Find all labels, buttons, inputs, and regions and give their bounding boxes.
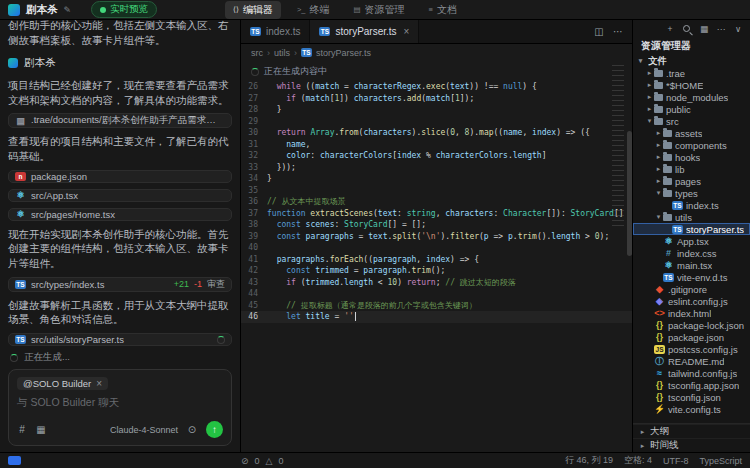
file-chip[interactable]: TSsrc/utils/storyParser.ts bbox=[8, 333, 232, 346]
tree-item-hooks[interactable]: ▸hooks bbox=[633, 151, 750, 163]
editor-tab-storyParser.ts[interactable]: TSstoryParser.ts× bbox=[310, 20, 419, 43]
code-line[interactable]: 34} bbox=[241, 173, 632, 185]
more-icon[interactable]: ⋯ bbox=[613, 26, 623, 37]
breadcrumb-item[interactable]: storyParser.ts bbox=[316, 48, 371, 58]
tree-item-.gitignore[interactable]: ◆.gitignore bbox=[633, 283, 750, 295]
tree-item-node_modules[interactable]: ▸node_modules bbox=[633, 91, 750, 103]
language-mode[interactable]: TypeScript bbox=[699, 456, 742, 466]
code-line[interactable]: 35 bbox=[241, 185, 632, 197]
file-chip[interactable]: ▤.trae/documents/剧本杀创作助手产品需求文档.md bbox=[8, 113, 232, 128]
tree-item-components[interactable]: ▸components bbox=[633, 139, 750, 151]
chat-input-placeholder[interactable]: 与 SOLO Builder 聊天 bbox=[17, 396, 223, 410]
outline-section[interactable]: ▸ 大纲 bbox=[633, 424, 750, 438]
model-selector[interactable]: Claude-4-Sonnet bbox=[110, 425, 178, 435]
file-chip[interactable]: ⚛src/pages/Home.tsx bbox=[8, 208, 232, 221]
code-line[interactable]: 42 const trimmed = paragraph.trim(); bbox=[241, 265, 632, 277]
code-line[interactable]: 45 // 提取标题（通常是段落的前几个字或包含关键词） bbox=[241, 300, 632, 312]
code-editor[interactable]: 26 while ((match = characterRegex.exec(t… bbox=[241, 81, 632, 323]
tree-item-public[interactable]: ▸public bbox=[633, 103, 750, 115]
tree-item-tailwind.config.js[interactable]: ≈tailwind.config.js bbox=[633, 367, 750, 379]
close-icon[interactable]: × bbox=[404, 26, 410, 37]
file-chip[interactable]: TSsrc/types/index.ts+21-1审查 bbox=[8, 277, 232, 292]
tree-item-eslint.config.js[interactable]: ◈eslint.config.js bbox=[633, 295, 750, 307]
workspace-indicator[interactable] bbox=[8, 456, 21, 465]
review-button[interactable]: 审查 bbox=[207, 278, 225, 291]
tree-item-tsconfig.app.json[interactable]: {}tsconfig.app.json bbox=[633, 379, 750, 391]
problems-indicator[interactable]: ⊘0 △0 bbox=[241, 456, 284, 466]
top-tab-文档[interactable]: ≡文档 bbox=[421, 1, 465, 19]
editor-scrollbar[interactable] bbox=[627, 61, 632, 452]
tree-item-utils[interactable]: ▾utils bbox=[633, 211, 750, 223]
search-icon[interactable] bbox=[682, 24, 692, 34]
live-preview-button[interactable]: 实时预览 bbox=[91, 1, 157, 18]
editor-tab-index.ts[interactable]: TSindex.ts bbox=[241, 20, 310, 43]
code-line[interactable]: 36// 从文本中提取场景 bbox=[241, 196, 632, 208]
layout-icon[interactable]: ▦ bbox=[699, 24, 709, 34]
tree-item-pages[interactable]: ▸pages bbox=[633, 175, 750, 187]
chat-input-box[interactable]: @SOLO Builder × 与 SOLO Builder 聊天 #▦ Cla… bbox=[8, 369, 232, 446]
tree-item-postcss.config.js[interactable]: JSpostcss.config.js bbox=[633, 343, 750, 355]
code-line[interactable]: 44 bbox=[241, 288, 632, 300]
image-icon[interactable]: ▦ bbox=[36, 424, 46, 435]
top-tab-编辑器[interactable]: ⟨⟩编辑器 bbox=[225, 1, 281, 19]
breadcrumb-item[interactable]: utils bbox=[274, 48, 290, 58]
file-chip[interactable]: ⚛src/App.tsx bbox=[8, 189, 232, 202]
tree-item-types[interactable]: ▾types bbox=[633, 187, 750, 199]
tree-item-package.json[interactable]: {}package.json bbox=[633, 331, 750, 343]
code-line[interactable]: 27 if (match[1]) characters.add(match[1]… bbox=[241, 93, 632, 105]
timeline-section[interactable]: ▸ 时间线 bbox=[633, 438, 750, 452]
tree-item-index.ts[interactable]: TSindex.ts bbox=[633, 199, 750, 211]
file-chip[interactable]: npackage.json bbox=[8, 170, 232, 183]
code-line[interactable]: 46 let title = '' bbox=[241, 311, 632, 323]
tree-item-tsconfig.json[interactable]: {}tsconfig.json bbox=[633, 391, 750, 403]
code-line[interactable]: 30 return Array.from(characters).slice(0… bbox=[241, 127, 632, 139]
code-line[interactable]: 39 const paragraphs = text.split('\n').f… bbox=[241, 231, 632, 243]
edit-title-icon[interactable]: ✎ bbox=[64, 5, 72, 15]
chat-section-header[interactable]: 剧本杀 bbox=[8, 54, 232, 72]
tree-item-App.tsx[interactable]: ⚛App.tsx bbox=[633, 235, 750, 247]
code-line[interactable]: 38 const scenes: StoryCard[] = []; bbox=[241, 219, 632, 231]
tree-item-index.css[interactable]: #index.css bbox=[633, 247, 750, 259]
tree-item-README.md[interactable]: ⓘREADME.md bbox=[633, 355, 750, 367]
send-button[interactable]: ↑ bbox=[206, 421, 223, 438]
tree-item-index.html[interactable]: <>index.html bbox=[633, 307, 750, 319]
code-line[interactable]: 28 } bbox=[241, 104, 632, 116]
code-line[interactable]: 29 bbox=[241, 116, 632, 128]
voice-icon[interactable]: ⊙ bbox=[187, 424, 197, 435]
tree-item-lib[interactable]: ▸lib bbox=[633, 163, 750, 175]
more-icon[interactable]: ⋯ bbox=[716, 24, 726, 34]
code-line[interactable]: 31 name, bbox=[241, 139, 632, 151]
file-tree[interactable]: ▾文件▸.trae▸*$HOME▸node_modules▸public▾src… bbox=[633, 54, 750, 423]
code-line[interactable]: 41 paragraphs.forEach((paragraph, index)… bbox=[241, 254, 632, 266]
code-line[interactable]: 40 bbox=[241, 242, 632, 254]
context-icon[interactable]: # bbox=[17, 424, 27, 435]
chat-history[interactable]: nvm install --lts⧉node安装完成，现在安装项目依赖。剧本杀终… bbox=[0, 20, 240, 348]
tree-item-storyParser.ts[interactable]: TSstoryParser.ts bbox=[633, 223, 750, 235]
tree-item-assets[interactable]: ▸assets bbox=[633, 127, 750, 139]
tree-item-src[interactable]: ▾src bbox=[633, 115, 750, 127]
indentation[interactable]: 空格: 4 bbox=[624, 454, 652, 467]
tree-item-main.tsx[interactable]: ⚛main.tsx bbox=[633, 259, 750, 271]
scrollbar-thumb[interactable] bbox=[627, 131, 632, 256]
collapse-icon[interactable]: ∨ bbox=[733, 24, 743, 34]
new-file-icon[interactable]: + bbox=[665, 24, 675, 34]
tree-section-文件[interactable]: ▾文件 bbox=[633, 55, 750, 67]
tree-item-vite.config.ts[interactable]: ⚡vite.config.ts bbox=[633, 403, 750, 415]
top-tab-资源管理[interactable]: ▤资源管理 bbox=[345, 1, 412, 19]
solo-builder-chip[interactable]: @SOLO Builder × bbox=[17, 377, 108, 390]
tree-item-.trae[interactable]: ▸.trae bbox=[633, 67, 750, 79]
code-line[interactable]: 43 if (trimmed.length < 10) return; // 跳… bbox=[241, 277, 632, 289]
breadcrumb-item[interactable]: src bbox=[251, 48, 263, 58]
code-line[interactable]: 32 color: characterColors[index % charac… bbox=[241, 150, 632, 162]
minimap[interactable] bbox=[612, 65, 624, 230]
cursor-position[interactable]: 行 46, 列 19 bbox=[565, 454, 613, 467]
code-line[interactable]: 26 while ((match = characterRegex.exec(t… bbox=[241, 81, 632, 93]
code-area[interactable]: 正在生成内容中 26 while ((match = characterRege… bbox=[241, 61, 632, 452]
tree-item-vite-env.d.ts[interactable]: TSvite-env.d.ts bbox=[633, 271, 750, 283]
tree-item-*$HOME[interactable]: ▸*$HOME bbox=[633, 79, 750, 91]
app-logo[interactable] bbox=[8, 4, 20, 16]
encoding[interactable]: UTF-8 bbox=[663, 456, 689, 466]
code-line[interactable]: 37function extractScenes(text: string, c… bbox=[241, 208, 632, 220]
split-editor-icon[interactable]: ◫ bbox=[594, 26, 604, 37]
breadcrumb[interactable]: src›utils›TSstoryParser.ts bbox=[241, 44, 632, 61]
